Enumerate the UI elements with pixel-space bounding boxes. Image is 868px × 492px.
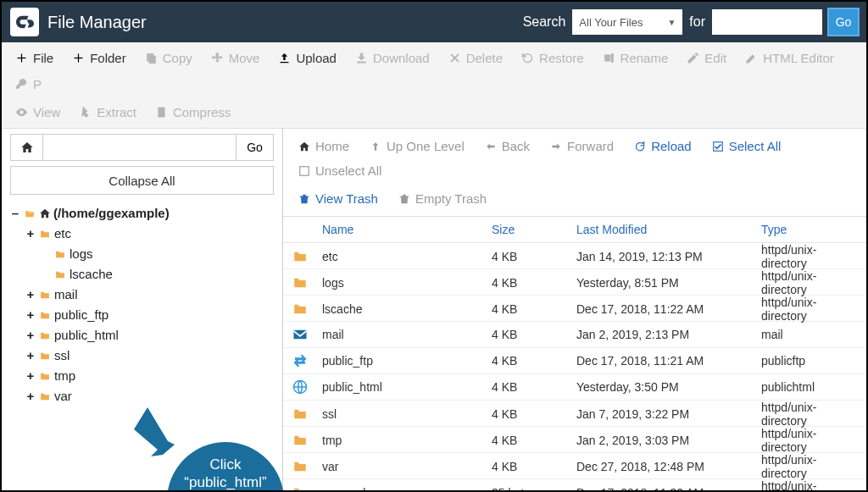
folder-open-icon <box>23 208 36 219</box>
permissions-label: P <box>33 77 42 91</box>
copy-button[interactable]: Copy <box>136 46 201 70</box>
tree-node-ssl[interactable]: +ssl <box>10 346 274 366</box>
path-input[interactable] <box>42 134 236 161</box>
tree-node-logs[interactable]: logs <box>10 244 274 264</box>
table-row[interactable]: ssl4 KBJan 7, 2019, 3:22 PMhttpd/unix-di… <box>283 401 866 427</box>
expand-icon[interactable]: + <box>25 386 36 406</box>
tree-node-etc[interactable]: +etc <box>10 224 274 244</box>
home-icon <box>39 207 51 219</box>
tree-node-mail[interactable]: +mail <box>10 285 274 305</box>
compress-button[interactable]: Compress <box>147 100 239 124</box>
tree-node-lscache[interactable]: lscache <box>10 264 274 285</box>
search-go-button[interactable]: Go <box>829 9 858 35</box>
plus-icon <box>72 52 85 64</box>
collapse-icon[interactable]: – <box>10 203 20 224</box>
folder-icon <box>53 269 67 280</box>
home-button[interactable] <box>10 134 42 161</box>
expand-icon[interactable]: + <box>25 305 36 325</box>
tree-label: public_html <box>54 325 119 346</box>
expand-icon[interactable]: + <box>25 366 36 386</box>
new-folder-label: Folder <box>90 51 126 65</box>
collapse-all-button[interactable]: Collapse All <box>10 166 274 195</box>
tree-node-public-ftp[interactable]: +public_ftp <box>10 305 274 325</box>
file-grid: Name Size Last Modified Type etc4 KBJan … <box>283 217 866 492</box>
nav-label: Empty Trash <box>415 191 487 206</box>
table-row[interactable]: mail4 KBJan 2, 2019, 2:13 PMmail <box>283 322 866 348</box>
for-label: for <box>689 14 705 30</box>
permissions-button[interactable]: P <box>7 72 50 97</box>
mail-icon <box>292 327 322 342</box>
table-row[interactable]: access-logs35 bytesDec 17, 2018, 11:32 A… <box>283 479 866 492</box>
expand-icon[interactable]: + <box>25 285 36 305</box>
empty-trash-button[interactable]: Empty Trash <box>390 188 495 209</box>
table-row[interactable]: logs4 KBYesterday, 8:51 PMhttpd/unix-dir… <box>283 269 866 296</box>
col-modified[interactable]: Last Modified <box>576 223 761 236</box>
nav-forward-button[interactable]: Forward <box>542 135 622 157</box>
expand-icon[interactable]: + <box>25 346 36 366</box>
table-row[interactable]: tmp4 KBJan 2, 2019, 3:03 PMhttpd/unix-di… <box>283 427 866 453</box>
tree-node-tmp[interactable]: +tmp <box>10 366 274 386</box>
col-type[interactable]: Type <box>761 223 858 236</box>
extract-button[interactable]: Extract <box>70 100 145 124</box>
folder-icon <box>292 301 322 317</box>
nav-up-button[interactable]: Up One Level <box>361 135 473 157</box>
arrow-left-icon <box>485 141 497 152</box>
rename-button[interactable]: Rename <box>594 46 677 70</box>
new-file-button[interactable]: File <box>7 46 62 70</box>
cell-name: access-logs <box>322 486 492 492</box>
cell-modified: Jan 2, 2019, 2:13 PM <box>576 328 761 341</box>
restore-button[interactable]: Restore <box>513 46 593 70</box>
table-row[interactable]: lscache4 KBDec 17, 2018, 11:22 AMhttpd/u… <box>283 296 866 322</box>
html-editor-icon <box>745 52 758 64</box>
cell-type: httpd/unix-directory <box>761 479 858 492</box>
content-toolbar: Home Up One Level Back Forward Reload Se… <box>283 129 866 217</box>
reload-button[interactable]: Reload <box>626 135 700 157</box>
eye-icon <box>15 106 28 119</box>
tree-label: var <box>54 386 72 406</box>
nav-home-button[interactable]: Home <box>290 135 358 157</box>
table-row[interactable]: etc4 KBJan 14, 2019, 12:13 PMhttpd/unix-… <box>283 243 866 269</box>
folder-icon <box>38 351 52 362</box>
edit-button[interactable]: Edit <box>678 46 735 70</box>
search-input[interactable] <box>712 9 822 35</box>
tree-root[interactable]: – (/home/ggexample) <box>10 203 274 224</box>
arrow-up-icon <box>370 141 381 152</box>
expand-icon[interactable]: + <box>25 224 36 244</box>
new-folder-button[interactable]: Folder <box>64 46 135 70</box>
tree-label: logs <box>70 244 93 264</box>
tree-node-public-html[interactable]: +public_html <box>10 325 274 346</box>
table-row[interactable]: public_html4 KBYesterday, 3:50 PMpublich… <box>283 374 866 401</box>
folder-icon <box>38 229 52 240</box>
select-all-button[interactable]: Select All <box>704 135 790 157</box>
view-label: View <box>33 105 60 119</box>
delete-button[interactable]: Delete <box>440 46 511 70</box>
upload-button[interactable]: Upload <box>270 46 345 70</box>
tree-label: mail <box>54 285 78 305</box>
cell-size: 4 KB <box>492 354 576 368</box>
download-button[interactable]: Download <box>347 46 438 70</box>
view-button[interactable]: View <box>7 100 69 124</box>
col-name[interactable]: Name <box>322 223 492 236</box>
expand-icon[interactable]: + <box>25 325 36 346</box>
restore-label: Restore <box>539 51 584 65</box>
move-button[interactable]: Move <box>203 46 269 70</box>
edit-label: Edit <box>704 51 726 65</box>
content-pane: Home Up One Level Back Forward Reload Se… <box>283 129 866 492</box>
cell-size: 4 KB <box>492 407 576 421</box>
view-trash-button[interactable]: View Trash <box>290 188 387 209</box>
html-editor-button[interactable]: HTML Editor <box>737 46 843 70</box>
search-scope-select[interactable]: All Your Files ▼ <box>572 9 682 35</box>
cell-type: httpd/unix-directory <box>761 269 858 296</box>
delete-label: Delete <box>466 51 503 65</box>
path-go-button[interactable]: Go <box>236 134 274 161</box>
folder-icon <box>38 310 52 321</box>
table-row[interactable]: var4 KBDec 27, 2018, 12:48 PMhttpd/unix-… <box>283 453 866 479</box>
top-bar: File Manager Search All Your Files ▼ for… <box>2 2 866 42</box>
cell-type: httpd/unix-directory <box>761 296 858 323</box>
unselect-all-button[interactable]: Unselect All <box>290 160 390 181</box>
table-row[interactable]: public_ftp4 KBDec 17, 2018, 11:21 AMpubl… <box>283 348 866 374</box>
nav-label: Select All <box>729 139 782 153</box>
plus-icon <box>15 52 28 64</box>
col-size[interactable]: Size <box>492 223 576 236</box>
nav-back-button[interactable]: Back <box>476 135 538 157</box>
